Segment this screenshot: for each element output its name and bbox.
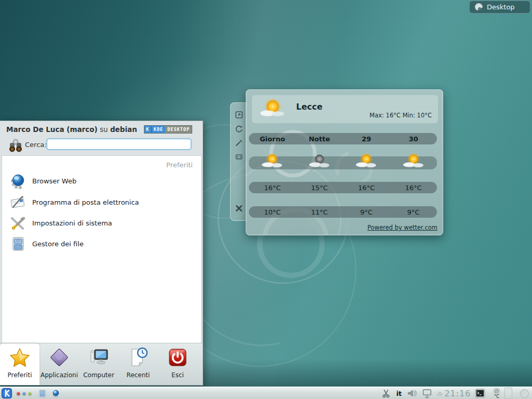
day-temp: 16°C bbox=[390, 184, 437, 192]
green-dot-icon bbox=[28, 392, 32, 395]
search-label: Cerca: bbox=[25, 141, 47, 149]
night-temp: 9°C bbox=[390, 208, 437, 216]
weather-maxmin: Max: 16°C Min: 10°C bbox=[369, 112, 432, 119]
tab-label: Computer bbox=[83, 371, 114, 379]
widget-handle bbox=[230, 102, 247, 221]
globe-icon bbox=[51, 389, 60, 398]
taskbar-filemanager-launcher[interactable] bbox=[36, 387, 48, 399]
red-dot-icon bbox=[17, 392, 20, 395]
klipper-tray-icon[interactable] bbox=[380, 387, 392, 399]
favorite-label: Gestore dei file bbox=[32, 240, 84, 248]
panel-toolbox-button[interactable] bbox=[517, 387, 531, 399]
blue-dot-icon bbox=[22, 392, 26, 395]
weather-col-label: Giorno bbox=[249, 135, 296, 143]
weather-credit-link[interactable]: Powered by wetter.com bbox=[367, 224, 437, 231]
recent-documents-icon bbox=[127, 347, 149, 368]
weather-column-headers: Giorno Notte 29 30 bbox=[249, 133, 437, 144]
widget-settings-button[interactable] bbox=[234, 152, 244, 162]
favorites-section-label: Preferiti bbox=[166, 161, 193, 169]
network-tray-icon[interactable] bbox=[420, 387, 434, 399]
web-browser-icon bbox=[9, 172, 27, 190]
speaker-icon bbox=[407, 389, 418, 398]
strip-caption: ···· bbox=[508, 389, 510, 391]
weather-day-temps: 16°C 15°C 16°C 16°C bbox=[249, 182, 437, 193]
user-connector: su bbox=[98, 125, 110, 134]
host-name: debian bbox=[110, 125, 137, 134]
night-temp: 11°C bbox=[296, 208, 343, 216]
panel-widget-strip[interactable]: ···· · bbox=[504, 388, 512, 399]
widget-resize-button[interactable] bbox=[234, 110, 244, 119]
widget-close-button[interactable] bbox=[234, 204, 244, 213]
strip-dot: · bbox=[508, 395, 509, 397]
tab-label: Esci bbox=[171, 371, 184, 379]
favorite-item-browser[interactable]: Browser Web bbox=[2, 170, 201, 191]
binoculars-search-icon bbox=[7, 138, 24, 153]
power-icon bbox=[167, 347, 189, 368]
file-cabinet-icon bbox=[38, 389, 47, 398]
desktop-toolbox-button[interactable]: Desktop bbox=[469, 1, 530, 14]
konsole-task-button[interactable] bbox=[473, 387, 487, 399]
kde-badge-desktop: DESKTOP bbox=[165, 127, 192, 132]
kde-desktop-badge: K KDE DESKTOP bbox=[144, 125, 192, 134]
computer-icon bbox=[88, 347, 110, 368]
weather-col-label: 30 bbox=[390, 135, 437, 143]
favorite-item-systemsettings[interactable]: Impostazioni di sistema bbox=[2, 212, 201, 233]
weather-condition-icon bbox=[257, 96, 288, 122]
keyboard-layout-indicator[interactable]: it bbox=[394, 387, 404, 399]
star-icon bbox=[9, 347, 31, 368]
weather-col-label: Notte bbox=[296, 135, 343, 143]
tab-computer[interactable]: Computer bbox=[79, 343, 118, 385]
kickoff-user-line: Marco De Luca (marco) su debian bbox=[6, 125, 137, 134]
weather-widget: Lecce Max: 16°C Min: 10°C Giorno Notte 2… bbox=[246, 89, 443, 235]
taskbar-browser-launcher[interactable] bbox=[50, 387, 61, 399]
user-name: Marco De Luca (marco) bbox=[6, 125, 98, 134]
weather-night-temps: 10°C 11°C 9°C 9°C bbox=[249, 206, 437, 218]
kickoff-tab-bar: Preferiti Applicazioni Computer bbox=[0, 343, 203, 385]
night-temp: 10°C bbox=[249, 208, 296, 216]
day-temp: 16°C bbox=[249, 184, 296, 192]
favorite-item-mail[interactable]: Programma di posta elettronica bbox=[2, 192, 201, 212]
kde-badge-kde: KDE bbox=[152, 126, 165, 133]
favorite-label: Programma di posta elettronica bbox=[32, 198, 139, 206]
tab-label: Applicazioni bbox=[41, 371, 78, 379]
chevron-up-icon bbox=[437, 391, 443, 395]
widget-configure-button[interactable] bbox=[234, 138, 244, 148]
weather-col-label: 29 bbox=[343, 135, 390, 143]
no-data-circle-icon bbox=[494, 388, 500, 394]
weather-forecast-icons bbox=[249, 156, 437, 169]
digital-clock[interactable]: 21:16 bbox=[443, 387, 472, 399]
terminal-icon bbox=[475, 389, 485, 398]
volume-tray-icon[interactable] bbox=[406, 387, 419, 399]
kde-logo-icon bbox=[2, 388, 12, 398]
applications-icon bbox=[48, 347, 70, 368]
night-temp: 9°C bbox=[343, 208, 390, 216]
favorite-label: Browser Web bbox=[32, 177, 76, 185]
tab-label: Preferiti bbox=[8, 371, 32, 379]
weather-header: Lecce Max: 16°C Min: 10°C bbox=[252, 95, 438, 123]
favorite-item-filemanager[interactable]: Gestore dei file bbox=[2, 233, 201, 254]
mail-icon bbox=[9, 193, 27, 211]
tab-applicazioni[interactable]: Applicazioni bbox=[39, 343, 79, 385]
cashew-icon bbox=[520, 389, 529, 398]
weather-tray-icon[interactable]: °C bbox=[490, 387, 503, 399]
desktop-toolbox-label: Desktop bbox=[487, 3, 515, 11]
scissors-icon bbox=[381, 389, 391, 398]
weather-tray-label: °C bbox=[494, 394, 499, 399]
search-input[interactable] bbox=[47, 139, 191, 150]
tab-preferiti[interactable]: Preferiti bbox=[0, 343, 39, 385]
tab-recenti[interactable]: Recenti bbox=[118, 343, 158, 385]
kickoff-favorites-list: Preferiti Browser Web Program bbox=[2, 155, 202, 344]
tray-expander-button[interactable] bbox=[435, 387, 444, 399]
file-manager-icon bbox=[9, 235, 27, 252]
network-monitor-icon bbox=[421, 389, 433, 398]
day-temp: 15°C bbox=[296, 184, 343, 192]
activity-dots[interactable] bbox=[15, 387, 33, 399]
favorite-label: Impostazioni di sistema bbox=[32, 219, 112, 227]
bottom-panel: it 21:16 °C bbox=[0, 387, 532, 399]
widget-rotate-button[interactable] bbox=[234, 124, 244, 134]
tab-esci[interactable]: Esci bbox=[158, 343, 197, 385]
kmenu-button[interactable] bbox=[1, 387, 12, 399]
kickoff-launcher: Marco De Luca (marco) su debian K KDE DE… bbox=[0, 121, 203, 385]
day-temp: 16°C bbox=[343, 184, 390, 192]
tab-label: Recenti bbox=[127, 371, 150, 379]
